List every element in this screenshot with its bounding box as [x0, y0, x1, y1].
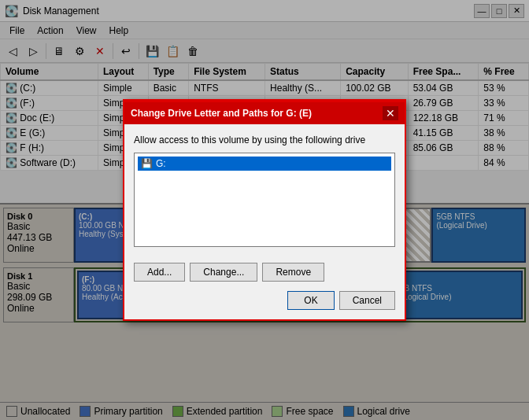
dialog-description: Allow access to this volume by using the…: [134, 134, 395, 147]
dialog-action-buttons: Add... Change... Remove: [124, 256, 405, 291]
dialog-list-item-g[interactable]: 💾 G:: [138, 157, 391, 171]
change-button[interactable]: Change...: [190, 263, 257, 282]
cancel-button[interactable]: Cancel: [339, 291, 395, 310]
dialog-title: Change Drive Letter and Paths for G: (E): [131, 108, 383, 119]
dialog-list-item-label: G:: [156, 158, 166, 169]
add-button[interactable]: Add...: [134, 263, 185, 282]
dialog-overlay: Change Drive Letter and Paths for G: (E)…: [0, 0, 529, 420]
drive-icon: 💾: [141, 158, 153, 169]
dialog-drive-list[interactable]: 💾 G:: [134, 153, 395, 247]
dialog-ok-cancel: OK Cancel: [124, 291, 405, 319]
ok-button[interactable]: OK: [287, 291, 334, 310]
change-drive-dialog: Change Drive Letter and Paths for G: (E)…: [123, 99, 406, 322]
dialog-close-button[interactable]: ✕: [383, 106, 398, 120]
dialog-title-bar: Change Drive Letter and Paths for G: (E)…: [124, 102, 405, 124]
dialog-body: Allow access to this volume by using the…: [124, 124, 405, 257]
remove-button[interactable]: Remove: [262, 263, 324, 282]
